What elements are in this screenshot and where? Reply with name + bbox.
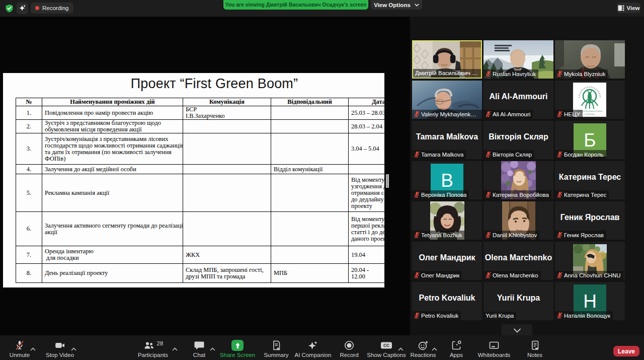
participant-tile-1[interactable]: Дмитрій Васильович Оса… [412, 40, 482, 79]
recording-indicator[interactable]: Recording [31, 3, 73, 14]
participant-tile-10[interactable]: В Вероніка Попова [412, 161, 482, 199]
ai-companion-indicator[interactable] [17, 3, 28, 14]
shared-screen-area: Проект “First Green Boom” №Найменування … [0, 17, 410, 335]
muted-mic-icon [486, 272, 491, 278]
table-cell-date: 3.04 – 5.04 [349, 133, 385, 165]
participant-tile-13[interactable]: Tetyana Bozhuk [412, 201, 482, 240]
table-row: 5.Рекламна кампанія акціїВід моменту узг… [16, 174, 385, 212]
zoom-meeting-window: Recording You are viewing Дмитрій Василь… [0, 0, 644, 360]
table-cell-responsible [271, 133, 349, 165]
participant-tile-2[interactable]: Ruslan Havryliuk [484, 40, 553, 79]
participant-tile-18[interactable]: Anna Chovhun CHNU [555, 242, 625, 280]
whiteboards-label: Whiteboards [478, 352, 511, 358]
participant-name: Ruslan Havryliuk [493, 71, 536, 77]
table-cell-action: День реалізації проекту [42, 264, 183, 283]
participant-name-large: Вікторія Скляр [484, 121, 553, 153]
table-cell-date: Від моменту узгодження дати отримання са… [349, 174, 385, 212]
participants-count-badge: 28 [157, 340, 164, 346]
participant-tile-8[interactable]: Вікторія Скляр Вікторія Скляр [484, 121, 553, 159]
participant-name: Геник Ярослав [564, 232, 604, 238]
participant-label: Anna Chovhun CHNU [555, 271, 623, 280]
participant-label: НЕЦУ [555, 110, 583, 119]
participant-name-large: Геник Ярослав [555, 201, 625, 234]
participant-name: Tamara Malkova [421, 152, 463, 158]
participant-tile-6[interactable]: National Ecological Centre of Ukraine НЕ… [555, 81, 625, 119]
participant-tile-3[interactable]: Mykola Blyzniuk [555, 40, 625, 79]
participant-name: Наталія Волощук [564, 313, 610, 319]
svg-text:of Ukraine: of Ukraine [585, 113, 595, 115]
view-button[interactable]: View [617, 3, 640, 13]
participant-name: Anna Chovhun CHNU [564, 272, 621, 278]
participant-label: Вікторія Скляр [484, 150, 534, 159]
participants-icon: 28 [143, 339, 164, 351]
participant-name-large: Олег Мандрик [412, 242, 482, 274]
unmute-label: Unmute [10, 352, 30, 358]
document-scrollbar-thumb[interactable] [386, 174, 389, 188]
participant-tile-11[interactable]: Катерина Воробйова [484, 161, 553, 199]
participant-name-large: Tamara Malkova [412, 121, 482, 153]
avatar-letter: В [441, 171, 453, 190]
table-cell-communication: БСР І.В.Захарченко [183, 106, 271, 120]
participant-name: Катерина Воробйова [493, 192, 549, 198]
table-cell-action: Зустріч з представником благоустрою щодо… [42, 120, 183, 133]
table-cell-responsible: МПБ [271, 264, 349, 283]
chat-icon [193, 339, 205, 351]
notes-button[interactable]: Notes [507, 339, 562, 358]
unmute-icon [14, 339, 26, 351]
muted-mic-icon [486, 191, 491, 198]
avatar-letter: Н [583, 292, 597, 311]
table-cell-num: 4. [16, 165, 42, 174]
participant-tile-5[interactable]: Ali Al-Ammouri Ali Al-Ammouri [484, 81, 553, 119]
stop-video-chevron-button[interactable] [71, 344, 76, 353]
participant-tile-20[interactable]: Yurii KrupaYurii Krupa [484, 282, 553, 320]
participant-tile-16[interactable]: Олег Мандрик Олег Мандрик [412, 242, 482, 280]
participant-tile-17[interactable]: Olena Marchenko Olena Marchenko [484, 242, 553, 280]
recording-dot-icon [35, 6, 39, 10]
participant-name: Вероніка Попова [421, 192, 466, 198]
svg-text:CC: CC [383, 343, 389, 348]
participant-name: Вікторія Скляр [493, 152, 532, 158]
shared-document: Проект “First Green Boom” №Найменування … [3, 73, 384, 287]
participant-label: Вероніка Попова [412, 190, 469, 199]
participant-label: Богдан Король [555, 150, 606, 159]
participant-tile-15[interactable]: Геник Ярослав Геник Ярослав [555, 201, 625, 240]
table-row: 8.День реалізації проектуСклад МПБ, запр… [16, 264, 385, 283]
summary-icon [270, 339, 282, 351]
participant-tile-7[interactable]: Tamara Malkova Tamara Malkova [412, 121, 482, 159]
muted-mic-icon [557, 151, 562, 158]
table-cell-communication [183, 165, 271, 174]
participant-tile-12[interactable]: Катерина Терес Катерина Терес [555, 161, 625, 199]
notes-icon [529, 339, 541, 351]
table-cell-date: Від моменту першої рекламної статті і до… [349, 212, 385, 246]
participant-tile-19[interactable]: Petro Kovaliuk Petro Kovaliuk [412, 282, 482, 320]
participant-name-large: Ali Al-Ammouri [484, 81, 553, 113]
participant-name: Tetyana Bozhuk [421, 232, 462, 238]
stop-video-button[interactable]: Stop Video [32, 339, 88, 358]
muted-mic-icon [557, 312, 562, 319]
view-options-button[interactable]: View Options [371, 0, 422, 10]
participant-label: Mykola Blyzniuk [555, 69, 608, 79]
participant-name: НЕЦУ [564, 111, 580, 117]
reactions-icon [417, 339, 429, 351]
leave-button[interactable]: Leave [613, 346, 639, 356]
table-cell-communication [183, 133, 271, 165]
security-shield-icon[interactable] [5, 4, 14, 13]
table-cell-num: 8. [16, 264, 42, 283]
table-cell-num: 1. [16, 106, 42, 120]
participant-name-large: Olena Marchenko [484, 242, 553, 274]
chevron-down-icon [415, 4, 419, 7]
notes-label: Notes [527, 352, 542, 358]
table-row: 3.Зустріч/комунікація з представниками л… [16, 133, 385, 165]
participant-tile-14[interactable]: Daniil Khlobystov [484, 201, 553, 240]
table-cell-responsible [271, 120, 349, 133]
participant-tile-9[interactable]: Б Богдан Король [555, 121, 625, 159]
participant-label: Daniil Khlobystov [484, 231, 539, 240]
stop-video-icon [54, 339, 66, 351]
document-table: №Найменування проміжних дійКомунікаціяВі… [16, 98, 384, 283]
apps-icon [450, 339, 462, 351]
muted-mic-icon [414, 151, 420, 158]
avatar-letter: Б [584, 131, 596, 150]
participant-tile-21[interactable]: Н Наталія Волощук [555, 282, 625, 320]
participant-tile-4[interactable]: Valeriy Mykhaylenko, … [412, 81, 482, 119]
table-row: 6.Залучення активного сегменту громади д… [16, 212, 385, 246]
